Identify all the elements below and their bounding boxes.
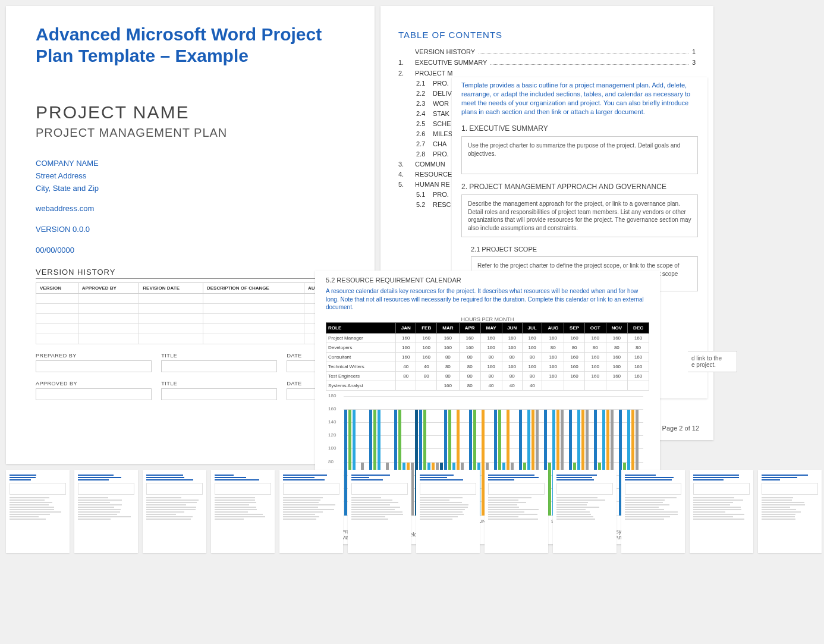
hours-cell[interactable]: 160 xyxy=(480,333,502,343)
hours-cell[interactable]: 40 xyxy=(502,381,522,390)
vh-cell[interactable] xyxy=(139,334,203,344)
hours-cell[interactable]: 80 xyxy=(523,352,542,362)
hours-cell[interactable]: 80 xyxy=(396,371,416,381)
page-thumbnail[interactable] xyxy=(485,470,548,553)
hours-cell[interactable] xyxy=(396,381,416,390)
hours-cell[interactable]: 160 xyxy=(628,352,649,362)
hours-cell[interactable]: 160 xyxy=(523,343,542,352)
page-thumbnail[interactable] xyxy=(279,470,343,553)
hours-cell[interactable]: 80 xyxy=(523,371,542,381)
hours-cell[interactable] xyxy=(606,381,627,390)
vh-cell[interactable] xyxy=(78,293,139,303)
vh-cell[interactable] xyxy=(203,313,304,323)
vh-cell[interactable] xyxy=(203,293,304,303)
vh-cell[interactable] xyxy=(203,334,304,344)
hours-cell[interactable]: 160 xyxy=(628,371,649,381)
page-thumbnail[interactable] xyxy=(553,470,617,553)
hours-cell[interactable]: 80 xyxy=(436,362,459,371)
toc-entry[interactable]: 2.PROJECT M xyxy=(398,70,696,77)
page-thumbnail[interactable] xyxy=(758,470,822,553)
hours-cell[interactable]: 80 xyxy=(480,352,502,362)
hours-cell[interactable]: 160 xyxy=(459,343,480,352)
approved-title-field[interactable] xyxy=(161,388,277,400)
vh-cell[interactable] xyxy=(78,323,139,334)
page-thumbnail[interactable] xyxy=(348,470,411,553)
vh-cell[interactable] xyxy=(203,303,304,313)
hours-cell[interactable]: 160 xyxy=(564,371,584,381)
approved-by-field[interactable] xyxy=(36,388,152,400)
hours-cell[interactable]: 80 xyxy=(416,371,436,381)
hours-cell[interactable]: 160 xyxy=(502,362,522,371)
page-thumbnail[interactable] xyxy=(74,470,138,553)
hours-cell[interactable]: 160 xyxy=(396,333,416,343)
vh-cell[interactable] xyxy=(78,303,139,313)
hours-cell[interactable]: 80 xyxy=(436,371,459,381)
hours-cell[interactable]: 80 xyxy=(606,343,627,352)
hours-cell[interactable]: 40 xyxy=(416,362,436,371)
vh-cell[interactable] xyxy=(36,303,78,313)
hours-cell[interactable]: 160 xyxy=(542,352,564,362)
prepared-title-field[interactable] xyxy=(161,360,277,372)
vh-cell[interactable] xyxy=(36,293,78,303)
vh-cell[interactable] xyxy=(78,334,139,344)
hours-cell[interactable]: 160 xyxy=(459,333,480,343)
hours-cell[interactable]: 160 xyxy=(606,352,627,362)
hours-cell[interactable]: 160 xyxy=(628,333,649,343)
section-governance-box[interactable]: Describe the management approach for the… xyxy=(461,194,698,237)
hours-cell[interactable]: 40 xyxy=(523,381,542,390)
hours-cell[interactable] xyxy=(564,381,584,390)
hours-cell[interactable]: 80 xyxy=(459,362,480,371)
hours-cell[interactable]: 160 xyxy=(480,343,502,352)
hours-cell[interactable]: 160 xyxy=(584,352,606,362)
toc-entry[interactable]: 1.EXECUTIVE SUMMARY3 xyxy=(398,59,696,67)
page-thumbnail[interactable] xyxy=(416,470,480,553)
hours-cell[interactable]: 160 xyxy=(606,362,627,371)
section-exec-summary-box[interactable]: Use the project charter to summarize the… xyxy=(461,136,698,174)
vh-cell[interactable] xyxy=(36,313,78,323)
page-thumbnail[interactable] xyxy=(621,470,685,553)
hours-cell[interactable] xyxy=(416,381,436,390)
hours-cell[interactable]: 160 xyxy=(542,371,564,381)
hours-cell[interactable]: 160 xyxy=(628,362,649,371)
hours-cell[interactable] xyxy=(628,381,649,390)
page-thumbnail[interactable] xyxy=(211,470,275,553)
hours-cell[interactable]: 160 xyxy=(542,362,564,371)
hours-cell[interactable]: 80 xyxy=(436,352,459,362)
vh-cell[interactable] xyxy=(36,334,78,344)
hours-cell[interactable]: 160 xyxy=(564,333,584,343)
hours-cell[interactable] xyxy=(542,381,564,390)
hours-cell[interactable]: 160 xyxy=(584,362,606,371)
hours-cell[interactable]: 80 xyxy=(564,343,584,352)
hours-cell[interactable]: 160 xyxy=(416,352,436,362)
hours-cell[interactable]: 160 xyxy=(523,333,542,343)
hours-cell[interactable]: 160 xyxy=(480,362,502,371)
hours-cell[interactable]: 160 xyxy=(396,352,416,362)
hours-cell[interactable]: 160 xyxy=(502,343,522,352)
vh-cell[interactable] xyxy=(139,293,203,303)
hours-cell[interactable]: 160 xyxy=(523,362,542,371)
page-thumbnail[interactable] xyxy=(6,470,70,553)
hours-cell[interactable]: 80 xyxy=(459,371,480,381)
hours-cell[interactable]: 40 xyxy=(396,362,416,371)
hours-cell[interactable]: 160 xyxy=(564,352,584,362)
hours-cell[interactable]: 160 xyxy=(502,333,522,343)
hours-cell[interactable]: 160 xyxy=(606,371,627,381)
toc-entry[interactable]: VERSION HISTORY1 xyxy=(398,48,696,56)
hours-cell[interactable]: 160 xyxy=(564,362,584,371)
vh-cell[interactable] xyxy=(139,303,203,313)
hours-cell[interactable]: 80 xyxy=(480,371,502,381)
vh-cell[interactable] xyxy=(78,313,139,323)
hours-cell[interactable]: 160 xyxy=(542,333,564,343)
hours-cell[interactable]: 160 xyxy=(584,371,606,381)
hours-cell[interactable]: 160 xyxy=(416,343,436,352)
hours-cell[interactable]: 80 xyxy=(584,343,606,352)
page-thumbnail[interactable] xyxy=(690,470,753,553)
prepared-by-field[interactable] xyxy=(36,360,152,372)
hours-cell[interactable]: 80 xyxy=(502,352,522,362)
hours-cell[interactable]: 160 xyxy=(584,333,606,343)
vh-cell[interactable] xyxy=(139,313,203,323)
vh-cell[interactable] xyxy=(139,323,203,334)
hours-cell[interactable]: 80 xyxy=(459,381,480,390)
hours-cell[interactable]: 160 xyxy=(436,343,459,352)
hours-cell[interactable]: 80 xyxy=(542,343,564,352)
